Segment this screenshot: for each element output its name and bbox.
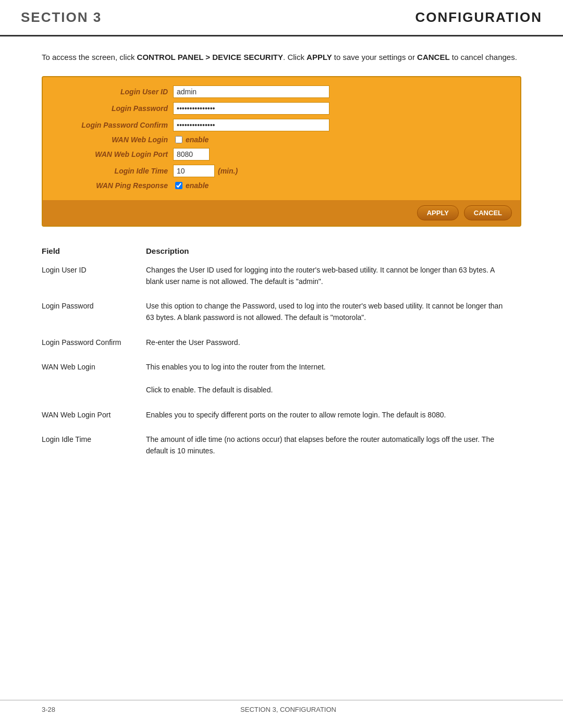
intro-text-end: to cancel changes.	[450, 53, 517, 61]
intro-text-before: To access the screen, click	[42, 53, 137, 61]
desc-text-2: Re-enter the User Password.	[146, 332, 521, 357]
desc-field-4: WAN Web Login Port	[42, 404, 146, 429]
apply-button[interactable]: APPLY	[417, 205, 459, 220]
enable-text-wan-login: enable	[186, 135, 209, 144]
form-row-userid: Login User ID	[53, 85, 510, 98]
desc-row: Login PasswordUse this option to change …	[42, 295, 521, 331]
form-row-wan-login: WAN Web Login enable	[53, 135, 510, 144]
checkbox-wan-login[interactable]	[175, 136, 182, 143]
desc-text-0: Changes the User ID used for logging int…	[146, 260, 521, 295]
intro-bold2: APPLY	[307, 53, 332, 61]
button-row: APPLY CANCEL	[43, 200, 520, 226]
intro-paragraph: To access the screen, click CONTROL PANE…	[0, 51, 563, 76]
desc-row: WAN Web Login PortEnables you to specify…	[42, 404, 521, 429]
col-header-desc: Description	[146, 243, 521, 260]
input-userid[interactable]	[173, 85, 329, 98]
section-label: SECTION 3	[21, 9, 102, 26]
desc-field-3: WAN Web Login	[42, 356, 146, 404]
intro-text-mid2: to save your settings or	[332, 53, 417, 61]
label-password: Login Password	[53, 104, 173, 113]
desc-row: WAN Web LoginThis enables you to log int…	[42, 356, 521, 404]
label-wan-login: WAN Web Login	[53, 135, 173, 144]
input-wan-port[interactable]	[173, 148, 210, 161]
label-idle-time: Login Idle Time	[53, 167, 173, 175]
desc-field-5: Login Idle Time	[42, 429, 146, 465]
intro-bold3: CANCEL	[417, 53, 450, 61]
form-row-wan-port: WAN Web Login Port	[53, 148, 510, 161]
checkbox-wan-ping[interactable]	[175, 182, 182, 189]
enable-text-wan-ping: enable	[186, 181, 209, 190]
intro-text-mid: . Click	[283, 53, 307, 61]
footer-page: 3-28	[42, 706, 55, 713]
page-footer: 3-28 SECTION 3, CONFIGURATION	[0, 700, 563, 713]
form-body: Login User ID Login Password Login Passw…	[43, 77, 520, 200]
form-row-idle-time: Login Idle Time (min.)	[53, 165, 510, 177]
desc-text-4: Enables you to specify different ports o…	[146, 404, 521, 429]
label-wan-port: WAN Web Login Port	[53, 150, 173, 158]
desc-text-1: Use this option to change the Password, …	[146, 295, 521, 331]
desc-field-1: Login Password	[42, 295, 146, 331]
input-idle-time[interactable]	[173, 165, 215, 177]
footer-center: SECTION 3, CONFIGURATION	[240, 706, 336, 713]
desc-row: Login Idle TimeThe amount of idle time (…	[42, 429, 521, 465]
form-row-password: Login Password	[53, 102, 510, 115]
input-password[interactable]	[173, 102, 329, 115]
min-label: (min.)	[218, 167, 238, 175]
input-password-confirm[interactable]	[173, 119, 329, 131]
desc-field-0: Login User ID	[42, 260, 146, 295]
label-password-confirm: Login Password Confirm	[53, 121, 173, 129]
desc-row: Login User IDChanges the User ID used fo…	[42, 260, 521, 295]
label-wan-ping: WAN Ping Response	[53, 181, 173, 190]
label-userid: Login User ID	[53, 88, 173, 96]
form-row-wan-ping: WAN Ping Response enable	[53, 181, 510, 190]
col-header-field: Field	[42, 243, 146, 260]
desc-field-2: Login Password Confirm	[42, 332, 146, 357]
desc-text-3: This enables you to log into the router …	[146, 356, 521, 404]
page-header: SECTION 3 CONFIGURATION	[0, 0, 563, 36]
form-row-password-confirm: Login Password Confirm	[53, 119, 510, 131]
desc-row: Login Password ConfirmRe-enter the User …	[42, 332, 521, 357]
intro-bold1: CONTROL PANEL > DEVICE SECURITY	[137, 53, 283, 61]
desc-text-5: The amount of idle time (no actions occu…	[146, 429, 521, 465]
form-panel: Login User ID Login Password Login Passw…	[42, 76, 521, 227]
description-table: Field Description Login User IDChanges t…	[42, 243, 521, 465]
config-label: CONFIGURATION	[415, 9, 542, 26]
cancel-button[interactable]: CANCEL	[464, 205, 512, 220]
